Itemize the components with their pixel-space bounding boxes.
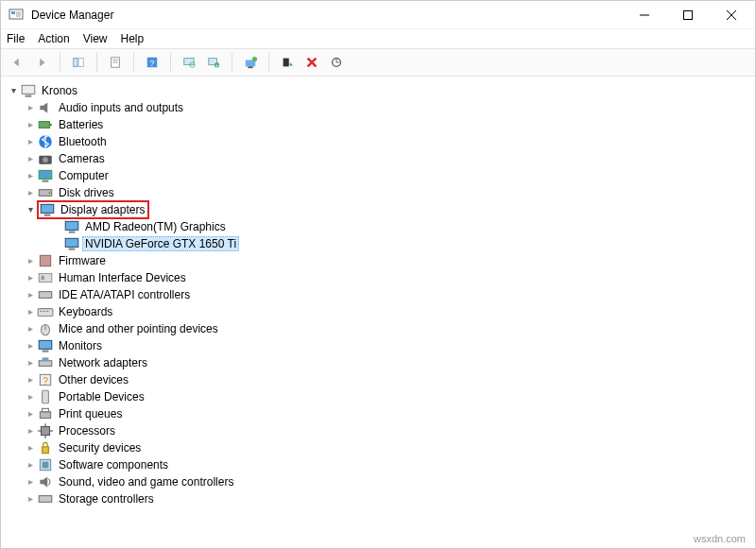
software-icon bbox=[37, 457, 54, 472]
expand-arrow-icon[interactable] bbox=[24, 407, 37, 420]
tree-category[interactable]: Keyboards bbox=[5, 303, 753, 320]
expand-arrow-icon[interactable] bbox=[24, 186, 37, 199]
expand-arrow-icon[interactable] bbox=[24, 441, 37, 455]
svg-rect-47 bbox=[43, 311, 45, 312]
svg-rect-2 bbox=[16, 11, 21, 17]
tree-category[interactable]: Storage controllers bbox=[5, 490, 753, 507]
svg-rect-14 bbox=[184, 59, 195, 65]
expand-arrow-icon[interactable] bbox=[24, 118, 37, 131]
tree-category[interactable]: Audio inputs and outputs bbox=[5, 99, 753, 116]
tree-label: Print queues bbox=[56, 406, 125, 421]
svg-rect-67 bbox=[43, 462, 49, 469]
svg-point-34 bbox=[48, 192, 50, 194]
tree-category[interactable]: ?Other devices bbox=[5, 371, 753, 388]
uninstall-device-button[interactable] bbox=[301, 52, 322, 73]
app-icon bbox=[9, 8, 24, 23]
scan-hardware-button[interactable] bbox=[179, 52, 199, 73]
expand-arrow-icon[interactable] bbox=[24, 475, 37, 489]
svg-rect-65 bbox=[43, 447, 49, 454]
disable-device-button[interactable] bbox=[277, 52, 298, 73]
svg-rect-20 bbox=[248, 66, 252, 68]
svg-rect-59 bbox=[43, 408, 49, 411]
close-button[interactable] bbox=[710, 1, 753, 29]
menu-action[interactable]: Action bbox=[38, 32, 69, 45]
minimize-button[interactable] bbox=[623, 1, 666, 29]
tree-category[interactable]: Sound, video and game controllers bbox=[5, 473, 753, 490]
tree-category[interactable]: Human Interface Devices bbox=[5, 269, 753, 286]
tree-category[interactable]: Mice and other pointing devices bbox=[5, 320, 753, 337]
processor-icon bbox=[37, 423, 54, 438]
expand-arrow-icon[interactable] bbox=[24, 492, 37, 506]
tree-category[interactable]: Security devices bbox=[5, 439, 753, 456]
tree-category-display-adapters[interactable]: Display adapters bbox=[5, 201, 753, 218]
tree-category[interactable]: Cameras bbox=[5, 150, 753, 167]
tree-category[interactable]: Network adapters bbox=[5, 354, 753, 371]
tree-device-selected[interactable]: NVIDIA GeForce GTX 1650 Ti bbox=[5, 235, 753, 252]
expand-arrow-icon[interactable] bbox=[24, 271, 37, 284]
expand-arrow-icon[interactable] bbox=[24, 390, 37, 403]
keyboard-icon bbox=[37, 304, 54, 319]
expand-arrow-icon[interactable] bbox=[24, 458, 37, 472]
expand-arrow-icon[interactable] bbox=[24, 254, 37, 267]
expand-arrow-icon[interactable] bbox=[24, 424, 37, 437]
expand-arrow-icon[interactable] bbox=[24, 305, 37, 318]
expand-arrow-icon[interactable] bbox=[24, 339, 37, 352]
tree-category[interactable]: Processors bbox=[5, 422, 753, 439]
maximize-button[interactable] bbox=[666, 1, 710, 29]
expand-arrow-icon[interactable] bbox=[7, 84, 20, 97]
tree-label: Firmware bbox=[56, 253, 109, 268]
forward-button[interactable] bbox=[31, 52, 52, 73]
svg-rect-42 bbox=[39, 274, 52, 283]
svg-rect-58 bbox=[40, 412, 50, 419]
tree-category[interactable]: Batteries bbox=[5, 116, 753, 133]
expand-arrow-icon[interactable] bbox=[24, 322, 37, 335]
svg-rect-8 bbox=[78, 59, 83, 67]
tree-category[interactable]: Print queues bbox=[5, 405, 753, 422]
svg-rect-51 bbox=[39, 340, 52, 349]
audio-icon bbox=[37, 100, 54, 115]
tree-category[interactable]: Software components bbox=[5, 456, 753, 473]
add-legacy-hardware-button[interactable]: + bbox=[203, 52, 224, 73]
tree-category[interactable]: Firmware bbox=[5, 252, 753, 269]
storage-icon bbox=[37, 491, 54, 506]
scan-for-changes-button[interactable] bbox=[326, 52, 347, 73]
tree-label: IDE ATA/ATAPI controllers bbox=[56, 287, 193, 302]
expand-arrow-icon[interactable] bbox=[24, 356, 37, 369]
tree-label: Human Interface Devices bbox=[56, 270, 189, 285]
update-driver-button[interactable] bbox=[240, 52, 261, 73]
menu-view[interactable]: View bbox=[83, 32, 108, 45]
tree-container: Kronos Audio inputs and outputs Batterie… bbox=[1, 77, 755, 548]
device-tree[interactable]: Kronos Audio inputs and outputs Batterie… bbox=[1, 77, 755, 548]
menu-help[interactable]: Help bbox=[121, 32, 145, 45]
svg-rect-38 bbox=[69, 232, 76, 233]
show-hide-tree-button[interactable] bbox=[68, 52, 89, 73]
tree-category[interactable]: Computer bbox=[5, 167, 753, 184]
tree-category[interactable]: Portable Devices bbox=[5, 388, 753, 405]
expand-arrow-icon[interactable] bbox=[24, 135, 37, 148]
menu-file[interactable]: File bbox=[7, 32, 25, 45]
svg-rect-44 bbox=[39, 292, 52, 299]
expand-arrow-icon[interactable] bbox=[24, 169, 37, 182]
tree-label: Batteries bbox=[56, 117, 106, 132]
tree-category[interactable]: IDE ATA/ATAPI controllers bbox=[5, 286, 753, 303]
tree-root[interactable]: Kronos bbox=[5, 82, 753, 99]
expand-arrow-icon[interactable] bbox=[24, 288, 37, 301]
window-title: Device Manager bbox=[31, 9, 623, 22]
tree-label: Computer bbox=[56, 168, 112, 183]
tree-category[interactable]: Monitors bbox=[5, 337, 753, 354]
tree-label: Cameras bbox=[56, 151, 108, 166]
toolbar-separator bbox=[133, 53, 134, 72]
properties-button[interactable] bbox=[105, 52, 126, 73]
expand-arrow-icon[interactable] bbox=[24, 373, 37, 386]
expand-arrow-icon[interactable] bbox=[24, 152, 37, 165]
tree-device[interactable]: AMD Radeon(TM) Graphics bbox=[5, 218, 753, 235]
svg-rect-54 bbox=[43, 357, 49, 360]
back-button[interactable] bbox=[7, 52, 27, 73]
expand-arrow-icon[interactable] bbox=[24, 101, 37, 114]
tree-category[interactable]: Disk drives bbox=[5, 184, 753, 201]
expand-arrow-icon[interactable] bbox=[24, 203, 37, 216]
svg-rect-22 bbox=[284, 59, 289, 67]
tree-label: Display adapters bbox=[58, 202, 147, 217]
help-button[interactable]: ? bbox=[142, 52, 163, 73]
tree-category[interactable]: Bluetooth bbox=[5, 133, 753, 150]
